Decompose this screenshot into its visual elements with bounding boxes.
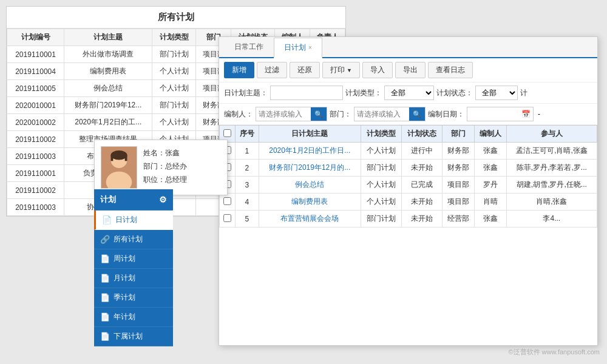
date-separator: - (538, 110, 540, 118)
export-button[interactable]: 导出 (395, 62, 426, 78)
avatar-dept-label: 部门： (143, 162, 165, 170)
restore-button[interactable]: 还原 (290, 62, 320, 78)
date-start-input[interactable]: 📅 (467, 107, 534, 121)
editor-label: 编制人： (224, 109, 253, 120)
main-tabs: 日常工作日计划× (219, 37, 597, 58)
import-button[interactable]: 导入 (362, 62, 393, 78)
subject-link[interactable]: 布置营销展会会场 (280, 214, 339, 223)
sidebar-icon: 📄 (100, 293, 110, 302)
extra-label: 计 (520, 88, 527, 98)
avatar-name-value: 张鑫 (165, 149, 180, 157)
table-row[interactable]: 12020年1月2日的工作日...个人计划进行中财务部张鑫孟洁,王可可,肖晴,张… (220, 143, 597, 160)
toolbar: 新增 过滤 还原 打印 ▼ 导入 导出 查看日志 (219, 58, 597, 83)
avatar-info: 姓名：张鑫 部门：总经办 职位：总经理 (143, 146, 187, 189)
filter-row-2: 编制人： 🔍 部门： 🔍 编制日期： 📅 - (219, 104, 597, 125)
calendar-icon: 📅 (521, 110, 531, 118)
type-label: 计划类型： (345, 88, 382, 98)
status-select[interactable]: 全部 未开始 进行中 已完成 (475, 86, 518, 100)
data-col-header: 计划类型 (361, 126, 401, 143)
avatar-title-value: 总经理 (165, 175, 187, 184)
print-button[interactable]: 打印 ▼ (322, 62, 360, 78)
sidebar-item-quarterly[interactable]: 📄季计划 (94, 288, 173, 308)
status-label: 计划状态： (436, 88, 473, 98)
subject-link[interactable]: 编制费用表 (291, 197, 328, 206)
sidebar-icon: 📄 (100, 274, 110, 283)
subject-label: 日计划主题： (224, 88, 268, 98)
sidebar-icon: 📄 (100, 312, 110, 322)
avatar-name-label: 姓名： (143, 149, 165, 157)
sidebar-title: 计划 (100, 194, 116, 205)
filter-row-1: 日计划主题： 计划类型： 全部 个人计划 部门计划 计划状态： 全部 未开始 进… (219, 83, 597, 104)
subject-link[interactable]: 例会总结 (295, 180, 324, 189)
row-checkbox[interactable] (223, 197, 231, 205)
sidebar-label: 下属计划 (114, 331, 143, 342)
filter-button[interactable]: 过滤 (257, 62, 287, 78)
sidebar-header: 计划 ⚙ (94, 189, 173, 211)
data-col-header: 编制人 (474, 126, 506, 143)
dept-combo: 🔍 (354, 107, 426, 121)
bg-col-header: 计划主题 (64, 29, 152, 46)
sidebar-item-sub[interactable]: 📄下属计划 (94, 327, 173, 346)
subject-link[interactable]: 财务部门2019年12月的... (269, 163, 350, 172)
type-select[interactable]: 全部 个人计划 部门计划 (384, 86, 434, 100)
sidebar-label: 所有计划 (114, 234, 143, 244)
dept-search-icon[interactable]: 🔍 (409, 107, 425, 121)
tab-daily[interactable]: 日计划× (274, 38, 322, 58)
avatar-title-label: 职位： (143, 175, 165, 184)
sidebar: 计划 ⚙ 📄日计划🔗所有计划📄周计划📄月计划📄季计划📄年计划📄下属计划 (94, 189, 173, 346)
log-button[interactable]: 查看日志 (428, 62, 473, 78)
sidebar-label: 周计划 (114, 254, 135, 264)
editor-input[interactable] (256, 110, 311, 118)
row-checkbox[interactable] (223, 214, 231, 222)
dept-input[interactable] (354, 110, 409, 118)
table-row[interactable]: 4编制费用表个人计划未开始项目部肖晴肖晴,张鑫 (220, 194, 597, 211)
watermark: ©泛普软件 www.fanpusoft.com (508, 348, 600, 357)
subject-input[interactable] (270, 86, 343, 100)
sidebar-label: 月计划 (114, 273, 135, 283)
sidebar-icon: 📄 (100, 332, 110, 341)
sidebar-item-weekly[interactable]: 📄周计划 (94, 249, 173, 269)
data-col-header: 日计划主题 (259, 126, 361, 143)
add-button[interactable]: 新增 (224, 62, 254, 78)
editor-search-icon[interactable]: 🔍 (311, 107, 327, 121)
sidebar-icon: 📄 (100, 254, 110, 263)
avatar-dept-value: 总经办 (165, 162, 187, 170)
subject-link[interactable]: 2020年1月2日的工作日... (269, 146, 350, 155)
sidebar-label: 日计划 (115, 215, 137, 225)
select-all-checkbox[interactable] (223, 129, 231, 137)
sidebar-item-all[interactable]: 🔗所有计划 (94, 230, 173, 249)
bg-panel-title: 所有计划 (7, 7, 345, 29)
tab-work[interactable]: 日常工作 (224, 37, 274, 57)
avatar-popup: 姓名：张鑫 部门：总经办 职位：总经理 (94, 140, 228, 195)
data-col-header: 序号 (235, 126, 259, 143)
sidebar-label: 季计划 (114, 292, 135, 303)
dept-label: 部门： (330, 109, 351, 120)
bg-col-header: 计划编号 (7, 29, 64, 46)
data-col-header: 参与人 (506, 126, 597, 143)
print-arrow-icon: ▼ (347, 67, 352, 73)
svg-point-3 (110, 150, 127, 160)
table-row[interactable]: 5布置营销展会会场部门计划未开始经营部张鑫李4... (220, 211, 597, 228)
data-table-wrapper: 序号日计划主题计划类型计划状态部门编制人参与人 12020年1月2日的工作日..… (219, 125, 597, 345)
main-panel: 日常工作日计划× 新增 过滤 还原 打印 ▼ 导入 导出 查看日志 日计划主题：… (219, 36, 598, 346)
sidebar-item-monthly[interactable]: 📄月计划 (94, 269, 173, 288)
data-table: 序号日计划主题计划类型计划状态部门编制人参与人 12020年1月2日的工作日..… (219, 125, 597, 228)
bg-col-header: 计划类型 (152, 29, 196, 46)
sidebar-icon: 🔗 (100, 235, 110, 244)
table-row[interactable]: 3例会总结个人计划已完成项目部罗丹胡建,胡雪,罗丹,任晓... (220, 177, 597, 194)
sidebar-item-daily[interactable]: 📄日计划 (94, 211, 173, 230)
table-row[interactable]: 2财务部门2019年12月的...部门计划未开始财务部张鑫陈菲,罗丹,李若若,罗… (220, 160, 597, 177)
date-label: 编制日期： (428, 109, 464, 120)
svg-rect-5 (125, 155, 127, 161)
data-col-header: 计划状态 (401, 126, 442, 143)
svg-rect-4 (110, 155, 113, 161)
tab-close-icon[interactable]: × (308, 44, 312, 51)
data-col-header: 部门 (442, 126, 474, 143)
avatar-image (101, 146, 137, 189)
sidebar-icon: 📄 (102, 215, 112, 224)
sidebar-item-yearly[interactable]: 📄年计划 (94, 308, 173, 327)
sidebar-label: 年计划 (114, 312, 135, 322)
editor-combo: 🔍 (256, 107, 327, 121)
gear-icon[interactable]: ⚙ (159, 195, 167, 204)
